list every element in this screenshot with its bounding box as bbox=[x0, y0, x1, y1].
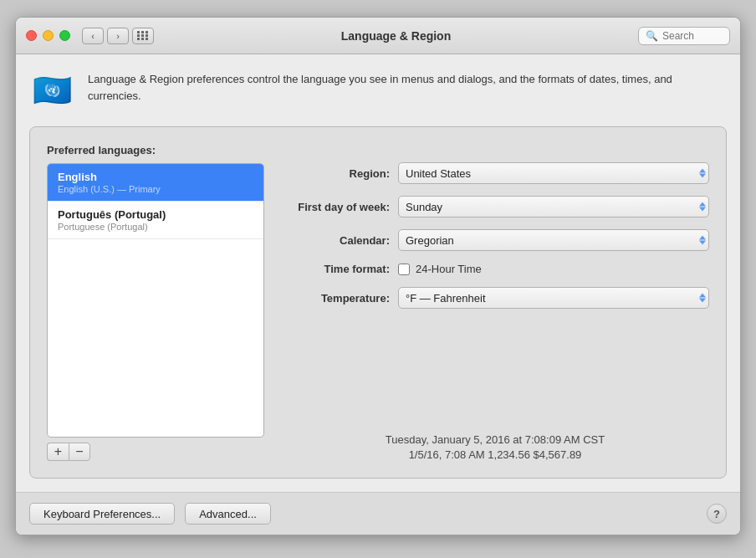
language-item-portuguese[interactable]: Português (Portugal) Portuguese (Portuga… bbox=[48, 202, 263, 239]
traffic-lights bbox=[26, 30, 70, 41]
language-item-english[interactable]: English English (U.S.) — Primary bbox=[48, 164, 263, 202]
help-button[interactable]: ? bbox=[707, 504, 727, 524]
window-title: Language & Region bbox=[154, 29, 638, 43]
languages-section-label: Preferred languages: bbox=[47, 144, 264, 156]
minimize-button[interactable] bbox=[43, 30, 54, 41]
region-row: Region: United States United Kingdom Can… bbox=[281, 162, 709, 184]
description-area: 🇺🇳 Language & Region preferences control… bbox=[29, 68, 727, 113]
time-format-checkbox-area: 24-Hour Time bbox=[398, 263, 482, 275]
time-format-row: Time format: 24-Hour Time bbox=[281, 263, 709, 275]
language-sub-english: English (U.S.) — Primary bbox=[58, 184, 253, 194]
temperature-row: Temperature: °F — Fahrenheit °C — Celsiu… bbox=[281, 287, 709, 309]
content-area: 🇺🇳 Language & Region preferences control… bbox=[16, 54, 740, 492]
language-sub-portuguese: Portuguese (Portugal) bbox=[58, 222, 253, 232]
first-day-row: First day of week: Sunday Monday Saturda… bbox=[281, 196, 709, 218]
language-name-portuguese: Português (Portugal) bbox=[58, 208, 253, 221]
time-format-checkbox[interactable] bbox=[398, 264, 410, 275]
search-box: 🔍 bbox=[638, 27, 730, 45]
first-day-select[interactable]: Sunday Monday Saturday bbox=[398, 196, 709, 218]
region-select-wrapper: United States United Kingdom Canada Aust… bbox=[398, 162, 709, 184]
calendar-select-wrapper: Gregorian Buddhist Chinese Hebrew Islami… bbox=[398, 229, 709, 251]
first-day-label: First day of week: bbox=[281, 201, 390, 213]
search-input[interactable] bbox=[662, 30, 728, 42]
grid-button[interactable] bbox=[132, 28, 154, 44]
datetime-main: Tuesday, January 5, 2016 at 7:08:09 AM C… bbox=[281, 433, 709, 446]
flag-icon: 🇺🇳 bbox=[29, 68, 74, 113]
time-format-label: Time format: bbox=[281, 263, 390, 275]
close-button[interactable] bbox=[26, 30, 37, 41]
language-list: English English (U.S.) — Primary Portugu… bbox=[47, 163, 264, 438]
language-name-english: English bbox=[58, 171, 253, 183]
calendar-select[interactable]: Gregorian Buddhist Chinese Hebrew Islami… bbox=[398, 229, 709, 251]
titlebar: ‹ › Language & Region 🔍 bbox=[16, 18, 740, 54]
keyboard-preferences-button[interactable]: Keyboard Preferences... bbox=[29, 503, 175, 525]
bottom-bar: Keyboard Preferences... Advanced... ? bbox=[16, 492, 740, 535]
main-window: ‹ › Language & Region 🔍 🇺🇳 Language & Re… bbox=[15, 17, 741, 535]
back-icon: ‹ bbox=[91, 31, 94, 41]
datetime-preview: Tuesday, January 5, 2016 at 7:08:09 AM C… bbox=[281, 417, 709, 461]
nav-buttons: ‹ › bbox=[82, 28, 129, 44]
back-button[interactable]: ‹ bbox=[82, 28, 104, 44]
panel-content: Preferred languages: English English (U.… bbox=[47, 144, 709, 461]
region-label: Region: bbox=[281, 167, 390, 180]
right-panel: Region: United States United Kingdom Can… bbox=[281, 144, 709, 461]
calendar-row: Calendar: Gregorian Buddhist Chinese Heb… bbox=[281, 229, 709, 251]
grid-icon bbox=[137, 31, 149, 40]
list-controls: + − bbox=[47, 443, 264, 461]
zoom-button[interactable] bbox=[59, 30, 70, 41]
forward-button[interactable]: › bbox=[107, 28, 129, 44]
datetime-formats: 1/5/16, 7:08 AM 1,234.56 $4,567.89 bbox=[281, 448, 709, 461]
main-panel: Preferred languages: English English (U.… bbox=[29, 126, 727, 479]
first-day-select-wrapper: Sunday Monday Saturday bbox=[398, 196, 709, 218]
search-icon: 🔍 bbox=[646, 30, 658, 42]
temperature-select-wrapper: °F — Fahrenheit °C — Celsius bbox=[398, 287, 709, 309]
remove-language-button[interactable]: − bbox=[69, 443, 90, 461]
time-format-checkbox-label[interactable]: 24-Hour Time bbox=[416, 263, 482, 275]
left-panel: Preferred languages: English English (U.… bbox=[47, 144, 264, 461]
add-language-button[interactable]: + bbox=[47, 443, 69, 461]
region-select[interactable]: United States United Kingdom Canada Aust… bbox=[398, 162, 709, 184]
forward-icon: › bbox=[116, 31, 120, 41]
temperature-label: Temperature: bbox=[281, 292, 390, 305]
temperature-select[interactable]: °F — Fahrenheit °C — Celsius bbox=[398, 287, 709, 309]
calendar-label: Calendar: bbox=[281, 234, 390, 247]
description-text: Language & Region preferences control th… bbox=[88, 68, 727, 104]
advanced-button[interactable]: Advanced... bbox=[185, 503, 271, 525]
